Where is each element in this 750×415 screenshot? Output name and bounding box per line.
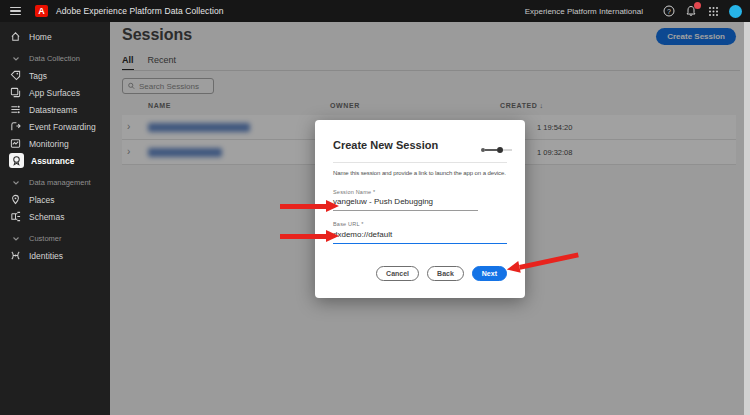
base-url-field[interactable]: dxdemo://default xyxy=(333,230,507,244)
app-window: A Adobe Experience Platform Data Collect… xyxy=(0,0,750,415)
modal-buttons: Cancel Back Next xyxy=(376,266,507,281)
sidebar-item-app-surfaces[interactable]: App Surfaces xyxy=(0,84,110,101)
sidebar-item-label: Event Forwarding xyxy=(29,122,96,132)
chevron-down-icon xyxy=(9,176,22,189)
sidebar-item-tags[interactable]: Tags xyxy=(0,67,110,84)
apps-grid-icon[interactable] xyxy=(705,3,721,19)
notifications-bell-icon[interactable] xyxy=(683,3,699,19)
sidebar-section-data-management[interactable]: Data management xyxy=(0,174,110,191)
sidebar-item-datastreams[interactable]: Datastreams xyxy=(0,101,110,118)
create-session-modal: Create New Session Name this session and… xyxy=(315,120,525,298)
modal-description: Name this session and provide a link to … xyxy=(333,170,506,176)
back-button[interactable]: Back xyxy=(427,266,464,281)
sidebar-item-label: Monitoring xyxy=(29,139,69,149)
chevron-down-icon xyxy=(9,52,22,65)
hamburger-menu-icon[interactable] xyxy=(10,7,21,16)
datastreams-icon xyxy=(9,103,22,116)
sidebar-item-label: Schemas xyxy=(29,212,64,222)
scrollbar[interactable] xyxy=(744,22,750,415)
sidebar-section-label: Customer xyxy=(29,234,62,243)
sidebar-item-assurance[interactable]: Assurance xyxy=(0,152,110,169)
step-trailing-line xyxy=(503,149,512,151)
sidebar-nav: Home Data Collection Tags App Surfaces D… xyxy=(0,22,110,415)
session-name-label: Session Name * xyxy=(333,189,375,195)
sidebar-item-places[interactable]: Places xyxy=(0,191,110,208)
app-surfaces-icon xyxy=(9,86,22,99)
user-avatar[interactable] xyxy=(729,5,742,18)
step-indicator xyxy=(481,147,512,153)
notification-badge xyxy=(694,2,701,9)
app-title: Adobe Experience Platform Data Collectio… xyxy=(56,6,224,16)
sidebar-item-label: Identities xyxy=(29,251,63,261)
sidebar-item-event-forwarding[interactable]: Event Forwarding xyxy=(0,118,110,135)
session-name-field[interactable]: vangeluw - Push Debugging xyxy=(333,197,478,211)
tag-icon xyxy=(9,69,22,82)
cancel-button[interactable]: Cancel xyxy=(376,266,419,281)
places-icon xyxy=(9,193,22,206)
sidebar-item-monitoring[interactable]: Monitoring xyxy=(0,135,110,152)
chevron-down-icon xyxy=(9,232,22,245)
sidebar-section-data-collection[interactable]: Data Collection xyxy=(0,50,110,67)
sidebar-item-label: Assurance xyxy=(31,156,74,166)
sidebar-item-label: Datastreams xyxy=(29,105,77,115)
sidebar-section-customer[interactable]: Customer xyxy=(0,230,110,247)
home-icon xyxy=(9,30,22,43)
adobe-logo-icon: A xyxy=(35,5,48,17)
top-bar: A Adobe Experience Platform Data Collect… xyxy=(0,0,750,22)
sidebar-item-home[interactable]: Home xyxy=(0,28,110,45)
org-switcher[interactable]: Experience Platform International xyxy=(525,7,643,16)
event-forwarding-icon xyxy=(9,120,22,133)
sidebar-item-identities[interactable]: Identities xyxy=(0,247,110,264)
schemas-icon xyxy=(9,210,22,223)
sidebar-item-label: App Surfaces xyxy=(29,88,80,98)
monitoring-icon xyxy=(9,137,22,150)
sidebar-item-label: Places xyxy=(29,195,55,205)
base-url-label: Base URL * xyxy=(333,221,364,227)
sidebar-item-label: Home xyxy=(29,32,52,42)
step-connector xyxy=(485,149,497,151)
sidebar-section-label: Data management xyxy=(29,178,91,187)
help-icon[interactable]: ? xyxy=(661,3,677,19)
sidebar-section-label: Data Collection xyxy=(29,54,80,63)
assurance-icon xyxy=(9,153,24,168)
sidebar-item-label: Tags xyxy=(29,71,47,81)
next-button[interactable]: Next xyxy=(472,266,507,281)
svg-text:?: ? xyxy=(667,8,671,15)
modal-divider xyxy=(333,162,507,163)
sidebar-item-schemas[interactable]: Schemas xyxy=(0,208,110,225)
modal-title: Create New Session xyxy=(333,139,438,151)
identities-icon xyxy=(9,249,22,262)
